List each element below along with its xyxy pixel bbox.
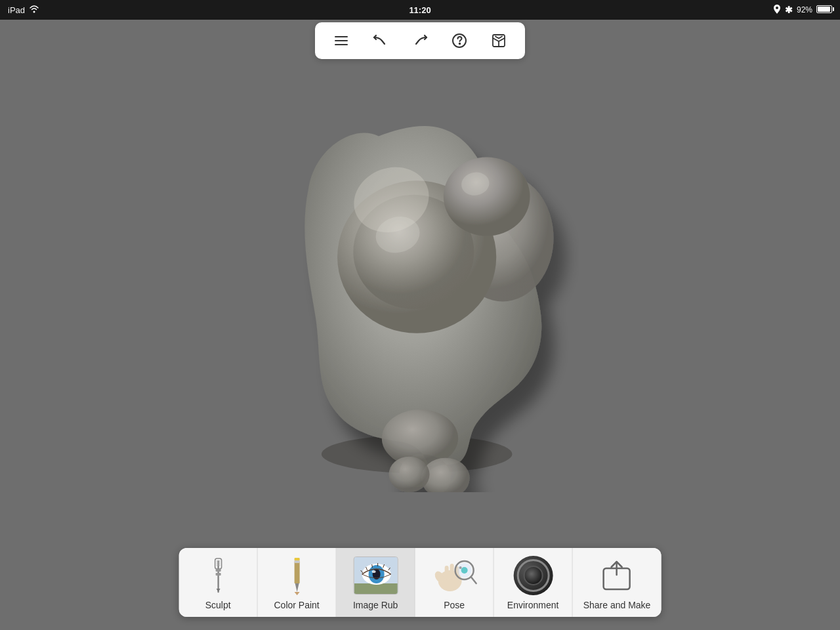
help-button[interactable] bbox=[446, 28, 472, 54]
svg-rect-32 bbox=[354, 583, 398, 595]
canvas-area[interactable] bbox=[0, 20, 840, 558]
top-toolbar bbox=[315, 22, 525, 59]
share-and-make-icon-area bbox=[594, 555, 640, 596]
svg-point-36 bbox=[371, 570, 375, 573]
svg-point-14 bbox=[389, 457, 430, 492]
share-and-make-label: Share and Make bbox=[583, 600, 651, 610]
color-paint-icon-area bbox=[274, 555, 320, 596]
pose-icon-area bbox=[431, 555, 477, 596]
svg-rect-25 bbox=[215, 573, 220, 576]
svg-point-11 bbox=[444, 157, 530, 236]
svg-marker-19 bbox=[216, 589, 220, 592]
svg-line-50 bbox=[471, 577, 476, 583]
svg-rect-24 bbox=[215, 569, 220, 572]
pose-icon bbox=[431, 556, 477, 595]
svg-rect-29 bbox=[294, 558, 299, 560]
image-rub-icon-area bbox=[352, 555, 398, 596]
environment-icon-area bbox=[510, 555, 556, 596]
image-rub-icon bbox=[353, 556, 398, 595]
svg-marker-30 bbox=[294, 592, 299, 595]
svg-point-52 bbox=[459, 566, 461, 569]
image-rub-tool-item[interactable]: Image Rub bbox=[337, 548, 415, 617]
sculpt-svg bbox=[246, 85, 594, 492]
battery-percent: 92% bbox=[797, 5, 812, 14]
share-and-make-tool-item[interactable]: Share and Make bbox=[573, 548, 662, 617]
bottom-toolbar: Sculpt Color Paint bbox=[179, 548, 662, 617]
status-bar: iPad 11:20 ✱ 92% bbox=[0, 0, 840, 20]
sculpt-tool-item[interactable]: Sculpt bbox=[179, 548, 258, 617]
pose-tool-item[interactable]: Pose bbox=[415, 548, 494, 617]
sculpt-label: Sculpt bbox=[205, 600, 231, 610]
share-and-make-icon bbox=[597, 556, 637, 595]
svg-rect-46 bbox=[450, 564, 453, 579]
sculpt-object-container bbox=[223, 72, 617, 518]
redo-button[interactable] bbox=[407, 28, 433, 54]
environment-label: Environment bbox=[507, 600, 559, 610]
svg-marker-26 bbox=[295, 583, 299, 592]
bluetooth-icon: ✱ bbox=[785, 5, 793, 15]
sculpt-icon bbox=[207, 556, 228, 595]
location-icon bbox=[773, 5, 781, 16]
svg-point-0 bbox=[776, 7, 778, 9]
view-cube-button[interactable] bbox=[486, 28, 512, 54]
status-time: 11:20 bbox=[409, 5, 430, 15]
undo-button[interactable] bbox=[368, 28, 394, 54]
svg-rect-27 bbox=[294, 561, 299, 583]
ipad-label: iPad bbox=[8, 5, 25, 15]
pose-label: Pose bbox=[444, 600, 465, 610]
svg-point-5 bbox=[459, 43, 461, 45]
battery-icon bbox=[816, 5, 832, 15]
environment-tool-item[interactable]: Environment bbox=[494, 548, 573, 617]
color-paint-tool-item[interactable]: Color Paint bbox=[258, 548, 337, 617]
environment-icon bbox=[513, 556, 553, 595]
color-paint-label: Color Paint bbox=[274, 600, 319, 610]
svg-rect-45 bbox=[444, 566, 448, 580]
status-left: iPad bbox=[8, 5, 39, 15]
svg-point-51 bbox=[461, 567, 467, 574]
image-rub-label: Image Rub bbox=[353, 600, 398, 610]
sculpt-icon-area bbox=[195, 555, 241, 596]
list-button[interactable] bbox=[328, 28, 354, 54]
wifi-icon bbox=[29, 5, 39, 15]
status-right: ✱ 92% bbox=[773, 5, 832, 16]
color-paint-icon bbox=[287, 556, 306, 595]
